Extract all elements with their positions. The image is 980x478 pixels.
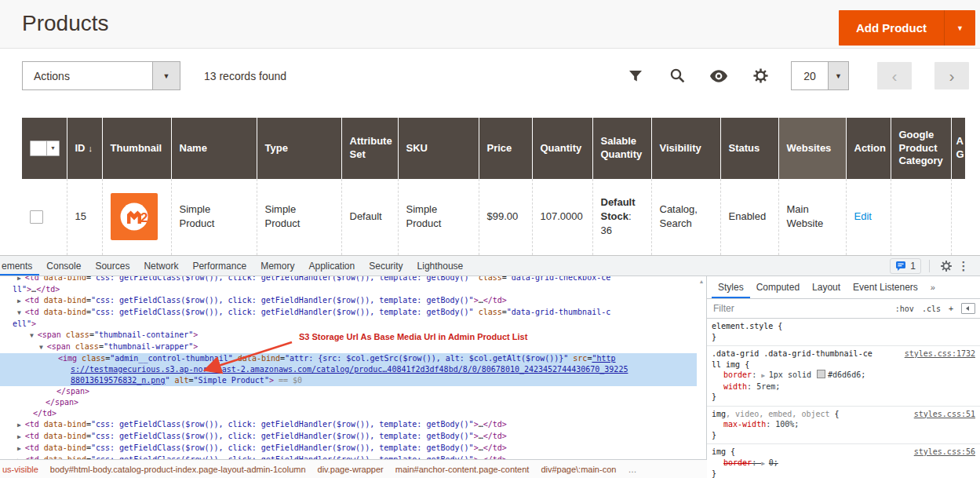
devtools-body: ▶ <td data-bind="css: getFieldClass($row… xyxy=(0,276,980,478)
sort-desc-icon: ↓ xyxy=(89,144,93,153)
column-header-id[interactable]: ID↓ xyxy=(67,118,102,179)
devtools-tab-memory[interactable]: Memory xyxy=(253,256,301,275)
elements-tree: ▶ <td data-bind="css: getFieldClass($row… xyxy=(0,276,697,461)
breadcrumb-item[interactable]: div#page\:main-con xyxy=(541,465,616,474)
code-line[interactable]: 88013619576832_n.png" alt="Simple Produc… xyxy=(0,375,697,386)
page-size-select[interactable]: 20 ▼ xyxy=(791,61,849,90)
chevron-down-icon[interactable]: ▼ xyxy=(152,62,180,89)
elements-scrollbar[interactable]: ▲▼ xyxy=(697,276,706,478)
styles-tab-computed[interactable]: Computed xyxy=(750,276,806,298)
gear-icon[interactable] xyxy=(752,68,769,85)
chevron-down-icon: ▼ xyxy=(956,24,964,32)
stylesheet-link[interactable]: styles.css:1732 xyxy=(905,348,975,359)
styles-tab-event-listeners[interactable]: Event Listeners xyxy=(847,276,924,298)
column-header-salable-quantity[interactable]: Salable Quantity xyxy=(592,118,651,179)
code-line[interactable]: s://testmagecurious.s3.ap-northeast-2.am… xyxy=(0,364,697,375)
code-line[interactable]: ▶ <td data-bind="css: getFieldClass($row… xyxy=(0,276,697,284)
column-header-price[interactable]: Price xyxy=(479,118,532,179)
styles-filter-input[interactable] xyxy=(712,302,895,315)
code-line[interactable]: ell"> xyxy=(0,319,697,330)
devtools-tab-ements[interactable]: ements xyxy=(0,256,39,275)
devtools-tab-performance[interactable]: Performance xyxy=(185,256,253,275)
code-line[interactable]: </td> xyxy=(0,408,697,419)
devtools-panel: ementsConsoleSourcesNetworkPerformanceMe… xyxy=(0,255,980,478)
styles-toggle-cls[interactable]: .cls xyxy=(922,305,941,313)
column-header-quantity[interactable]: Quantity xyxy=(532,118,592,179)
stylesheet-link[interactable]: styles.css:51 xyxy=(914,409,975,420)
add-product-label[interactable]: Add Product xyxy=(839,10,944,46)
add-product-button[interactable]: Add Product ▼ xyxy=(839,10,975,46)
color-swatch[interactable] xyxy=(817,370,825,378)
pagination-prev-button[interactable]: ‹ xyxy=(877,62,912,89)
row-salable-quantity-cell: Default Stock:36 xyxy=(592,179,651,255)
column-header-attribute-set[interactable]: Attribute Set xyxy=(341,118,398,179)
column-header-thumbnail[interactable]: Thumbnail xyxy=(102,118,171,179)
css-property[interactable]: width: 5rem; xyxy=(712,381,975,392)
column-header-status[interactable]: Status xyxy=(720,118,778,179)
code-line[interactable]: </span> xyxy=(0,386,697,397)
column-header-action[interactable]: Action xyxy=(846,118,891,179)
breadcrumb-item[interactable]: main#anchor-content.page-content xyxy=(395,465,530,474)
breadcrumb-item[interactable]: us-visible xyxy=(2,465,38,474)
code-line[interactable]: <img class="admin__control-thumbnail" da… xyxy=(0,353,697,364)
scroll-up-icon[interactable]: ▲ xyxy=(699,279,705,284)
screen: Products Add Product ▼ Actions ▼ 13 reco… xyxy=(0,0,980,478)
devtools-tab-lighthouse[interactable]: Lighthouse xyxy=(410,256,471,275)
select-all-checkbox[interactable] xyxy=(31,141,46,155)
edit-link[interactable]: Edit xyxy=(854,210,872,222)
add-product-dropdown-toggle[interactable]: ▼ xyxy=(944,10,975,46)
breadcrumb-item[interactable]: div.page-wrapper xyxy=(318,465,384,474)
code-line[interactable]: ▶ <td data-bind="css: getFieldClass($row… xyxy=(0,443,697,454)
styles-tab-»[interactable]: » xyxy=(924,276,942,298)
select-all-dropdown[interactable]: ▼ xyxy=(30,140,60,156)
styles-toggle-hov[interactable]: :hov xyxy=(895,305,914,313)
issues-count: 1 xyxy=(910,261,916,272)
column-header-websites[interactable]: Websites xyxy=(778,118,846,179)
code-line[interactable]: ▼ <span class="thumbnail-wrapper"> xyxy=(0,341,697,353)
devtools-tabbar-controls: 1 ⋮ xyxy=(890,257,980,275)
css-property[interactable]: border: ▶ 1px solid #d6d6d6; xyxy=(712,370,975,381)
elements-breadcrumb: us-visiblebody#html-body.catalog-product… xyxy=(0,459,707,478)
annotation-text: S3 Storage Url As Base Media Url in Admi… xyxy=(299,332,527,341)
css-property[interactable]: border: ▶ 0; xyxy=(712,458,975,469)
styles-tab-styles[interactable]: Styles xyxy=(712,276,750,298)
styles-tab-layout[interactable]: Layout xyxy=(806,276,847,298)
row-google-product-category-cell xyxy=(891,179,951,255)
code-line[interactable]: ▶ <td data-bind="css: getFieldClass($row… xyxy=(0,295,697,307)
pagination-next-button[interactable]: › xyxy=(934,62,969,89)
devtools-tab-network[interactable]: Network xyxy=(137,256,185,275)
code-line[interactable]: ll">…</td> xyxy=(0,284,697,295)
eye-icon[interactable] xyxy=(710,68,727,85)
column-header-google-product-category[interactable]: Google Product Category xyxy=(891,118,951,179)
styles-toggle-[interactable]: + xyxy=(949,305,953,313)
filter-icon[interactable] xyxy=(627,68,644,85)
issues-badge[interactable]: 1 xyxy=(890,258,921,274)
devtools-tab-security[interactable]: Security xyxy=(362,256,410,275)
column-header-name[interactable]: Name xyxy=(171,118,257,179)
code-line[interactable]: ▼ <td data-bind="css: getFieldClass($row… xyxy=(0,307,697,319)
code-line[interactable]: ▶ <td data-bind="css: getFieldClass($row… xyxy=(0,431,697,443)
column-header-visibility[interactable]: Visibility xyxy=(651,118,720,179)
code-line[interactable]: ▶ <td data-bind="css: getFieldClass($row… xyxy=(0,419,697,431)
actions-select[interactable]: Actions ▼ xyxy=(22,61,180,90)
styles-panel-tabs: StylesComputedLayoutEvent Listeners» xyxy=(707,276,980,299)
chevron-down-icon[interactable]: ▼ xyxy=(828,62,848,89)
devtools-tab-sources[interactable]: Sources xyxy=(88,256,137,275)
stylesheet-link[interactable]: styles.css:56 xyxy=(914,447,975,458)
row-checkbox[interactable] xyxy=(30,210,43,224)
chevron-down-icon: ▼ xyxy=(46,141,59,155)
search-icon[interactable] xyxy=(669,68,686,85)
code-line[interactable]: </span> xyxy=(0,397,697,408)
css-property[interactable]: max-width: 100%; xyxy=(712,419,975,430)
devtools-settings-icon[interactable] xyxy=(938,257,955,275)
row-thumbnail-cell: 2 xyxy=(102,179,171,255)
column-header-cut[interactable]: A G xyxy=(951,118,965,179)
devtools-tab-console[interactable]: Console xyxy=(39,256,88,275)
column-header-sku[interactable]: SKU xyxy=(398,118,479,179)
breadcrumb-item[interactable]: … xyxy=(628,465,636,474)
devtools-tab-application[interactable]: Application xyxy=(301,256,362,275)
sidebar-pane-icon[interactable] xyxy=(961,303,975,314)
column-header-type[interactable]: Type xyxy=(257,118,341,179)
breadcrumb-item[interactable]: body#html-body.catalog-product-index.pag… xyxy=(50,465,306,474)
devtools-menu-icon[interactable]: ⋮ xyxy=(955,257,972,275)
